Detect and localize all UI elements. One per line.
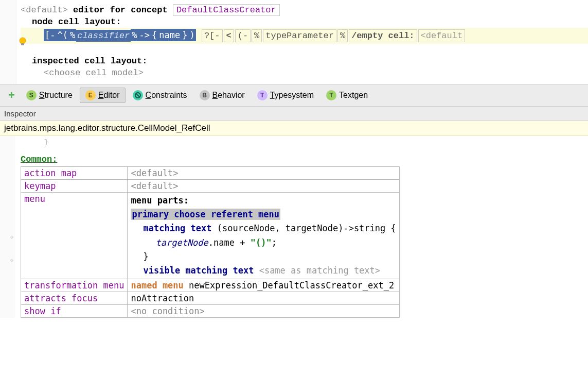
cell-token[interactable]: < bbox=[224, 29, 234, 42]
code-string-literal[interactable]: "()" bbox=[251, 237, 272, 248]
code-dot-name[interactable]: .name + bbox=[208, 237, 251, 248]
inspected-cell-layout-label: inspected cell layout: bbox=[32, 56, 147, 66]
tab-badge-icon: T bbox=[326, 90, 336, 100]
tab-label: Editor bbox=[98, 91, 120, 100]
named-menu-value[interactable]: newExpression_DefaultClassCreator_ext_2 bbox=[189, 280, 394, 290]
tab-label: Typesystem bbox=[270, 91, 314, 100]
prop-key-showif: show if bbox=[21, 305, 128, 318]
default-prefix: <default> bbox=[21, 5, 68, 15]
cell-token[interactable]: -> bbox=[138, 29, 151, 41]
cell-name[interactable]: name bbox=[158, 29, 181, 41]
tab-typesystem[interactable]: T Typesystem bbox=[252, 88, 319, 102]
code-close-brace: } bbox=[131, 250, 396, 264]
tab-badge-icon: S bbox=[26, 90, 37, 100]
prop-val-keymap[interactable]: <default> bbox=[128, 180, 399, 193]
tab-structure[interactable]: S Structure bbox=[21, 88, 78, 102]
table-row[interactable]: show if <no condition> bbox=[21, 305, 400, 318]
cell-token[interactable]: ^( bbox=[56, 29, 68, 41]
prop-key-action-map: action map bbox=[21, 167, 128, 180]
primary-choose-referent-menu[interactable]: primary choose referent menu bbox=[131, 209, 280, 220]
visible-matching-text-label: visible matching text bbox=[143, 265, 254, 276]
cell-token[interactable]: [- bbox=[44, 29, 56, 41]
prop-key-attracts: attracts focus bbox=[21, 292, 128, 305]
prop-val-menu[interactable]: menu parts: primary choose referent menu… bbox=[128, 193, 399, 279]
concept-name[interactable]: DefaultClassCreator bbox=[173, 4, 280, 16]
code-targetnode[interactable]: targetNode bbox=[155, 237, 208, 248]
named-menu-keyword: named menu bbox=[131, 280, 183, 290]
tab-badge-icon bbox=[133, 90, 143, 100]
intention-bulb-icon[interactable] bbox=[18, 37, 27, 47]
cell-token[interactable]: % bbox=[252, 29, 262, 42]
properties-table: action map <default> keymap <default> me… bbox=[21, 166, 400, 318]
table-row[interactable]: menu menu parts: primary choose referent… bbox=[21, 193, 400, 279]
concept-declaration-line[interactable]: <default> editor for concept DefaultClas… bbox=[21, 4, 588, 16]
editor-area: <default> editor for concept DefaultClas… bbox=[0, 0, 588, 84]
node-cell-layout-label: node cell layout: bbox=[32, 17, 121, 27]
tab-badge-icon: E bbox=[85, 90, 96, 100]
table-row[interactable]: attracts focus noAttraction bbox=[21, 292, 400, 305]
spacer-line bbox=[21, 44, 588, 55]
visible-matching-text-value[interactable]: <same as matching text> bbox=[259, 265, 380, 276]
inspector-gutter: ◇ ◇ bbox=[0, 136, 14, 318]
cell-token[interactable]: % bbox=[337, 29, 348, 42]
prop-key-transformation: transformation menu bbox=[21, 279, 128, 292]
tab-label: Textgen bbox=[339, 91, 368, 100]
table-row[interactable]: action map <default> bbox=[21, 167, 400, 180]
tab-constraints[interactable]: Constraints bbox=[128, 88, 192, 102]
menu-parts-label: menu parts: bbox=[131, 194, 396, 208]
add-aspect-button[interactable]: + bbox=[4, 89, 19, 102]
editor-gutter bbox=[0, 0, 16, 84]
cell-token[interactable]: { bbox=[151, 29, 158, 41]
prop-key-keymap: keymap bbox=[21, 180, 128, 193]
node-cell-layout-label-line: node cell layout: bbox=[21, 16, 588, 28]
fold-chevron-icon[interactable]: ◇ bbox=[10, 234, 15, 239]
prop-val-action-map[interactable]: <default> bbox=[128, 167, 399, 180]
cell-token[interactable]: % bbox=[131, 29, 138, 41]
tab-behavior[interactable]: B Behavior bbox=[194, 88, 250, 102]
cell-token[interactable]: } bbox=[181, 29, 188, 41]
prop-val-attracts[interactable]: noAttraction bbox=[128, 292, 399, 305]
choose-cell-model-line[interactable]: <choose cell model> bbox=[21, 67, 588, 79]
tab-label: Structure bbox=[39, 91, 73, 100]
prop-val-showif[interactable]: <no condition> bbox=[128, 305, 399, 318]
tab-label: Behavior bbox=[212, 91, 245, 100]
stray-brace: } bbox=[44, 138, 48, 146]
cell-empty-label[interactable]: /empty cell: bbox=[349, 29, 417, 42]
prop-key-menu: menu bbox=[21, 193, 128, 279]
matching-text-params[interactable]: (sourceNode, targetNode)->string { bbox=[217, 223, 396, 233]
tab-badge-icon: T bbox=[257, 90, 268, 100]
node-cell-layout-row[interactable]: [-^(%classifier%->{name}) ?[-<(-%typePar… bbox=[21, 28, 588, 44]
cell-token[interactable]: ) bbox=[188, 29, 195, 41]
cell-default-tail[interactable]: <default bbox=[418, 29, 466, 42]
inspector-header: Inspector bbox=[0, 107, 588, 121]
editor-for-concept-label: editor for concept bbox=[73, 5, 168, 15]
aspect-tabs-bar: + S Structure E Editor Constraints B Beh… bbox=[0, 84, 588, 107]
common-section-label: Common: bbox=[21, 155, 57, 164]
cell-token[interactable]: ?[- bbox=[202, 29, 223, 42]
code-semicolon: ; bbox=[272, 237, 277, 248]
fold-chevron-icon[interactable]: ◇ bbox=[10, 257, 15, 262]
menu-parts-block: menu parts: primary choose referent menu… bbox=[131, 194, 396, 278]
table-row[interactable]: keymap <default> bbox=[21, 180, 400, 193]
inspector-body: ◇ ◇ } Common: action map <default> keyma… bbox=[0, 136, 588, 318]
inspector-path: jetbrains.mps.lang.editor.structure.Cell… bbox=[0, 121, 588, 136]
cell-token[interactable]: % bbox=[69, 29, 76, 41]
cell-token[interactable]: (- bbox=[235, 29, 251, 42]
tab-textgen[interactable]: T Textgen bbox=[321, 88, 373, 102]
tab-editor[interactable]: E Editor bbox=[80, 88, 126, 103]
choose-cell-model[interactable]: <choose cell model> bbox=[44, 68, 144, 78]
tab-label: Constraints bbox=[146, 91, 187, 100]
cell-ref-classifier[interactable]: classifier bbox=[76, 30, 131, 42]
svg-rect-0 bbox=[21, 43, 24, 45]
tab-badge-icon: B bbox=[200, 90, 210, 100]
matching-text-label: matching text bbox=[143, 223, 211, 233]
inspected-cell-layout-label-line: inspected cell layout: bbox=[21, 55, 588, 67]
prop-val-transformation[interactable]: named menu newExpression_DefaultClassCre… bbox=[128, 279, 399, 292]
table-row[interactable]: transformation menu named menu newExpres… bbox=[21, 279, 400, 292]
cell-typeparam[interactable]: typeParameter bbox=[263, 29, 336, 42]
